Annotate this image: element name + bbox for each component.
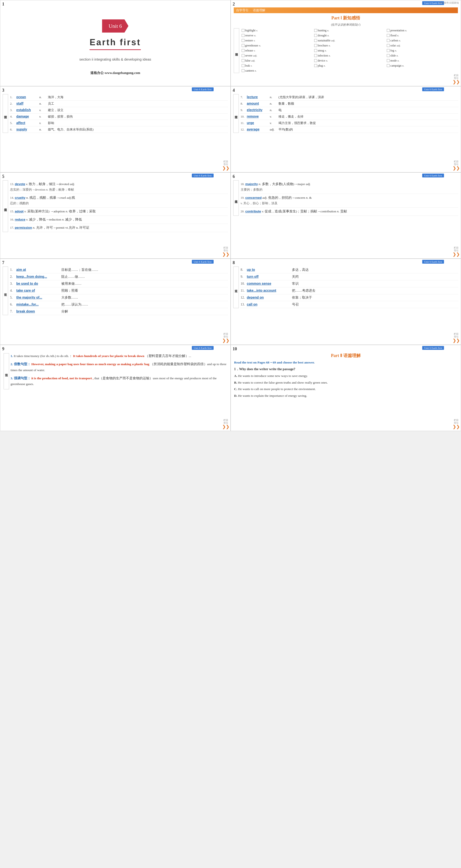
vocab-plug: plug n.: [313, 63, 385, 68]
cell-num-2: 2: [233, 2, 235, 7]
website: 道格办公-www.daogebangong.com: [90, 71, 140, 75]
cell-num-5: 5: [2, 174, 4, 179]
vocab-sustainable: sustainable adj.: [313, 38, 385, 43]
cell-num-10: 10: [233, 346, 237, 351]
nav-3: 栏目导引 ❯❯: [222, 160, 229, 170]
side-label-2: 重阅读单词汇: [234, 28, 239, 73]
checkbox: [242, 69, 245, 72]
checkbox: [242, 54, 245, 57]
cell-num-9: 9: [2, 346, 4, 351]
cell2-header: 自学导引 · 语篇理解: [234, 7, 458, 13]
reading-q1: 1．Why does the writer write the passage?: [234, 367, 458, 371]
cell-3: 3 Unit 6 Earth first 重写作单词汇 1. ocean n. …: [0, 86, 230, 173]
vocab-grid: highlight v. hunting n. presentation n. …: [241, 28, 458, 73]
vocab-campaign: campaign n.: [386, 63, 458, 68]
checkbox: [314, 49, 317, 52]
header-zixue: 自学导引: [236, 8, 249, 12]
vocab-slide: slide n.: [386, 53, 458, 58]
nav-8: 栏目导引 ❯❯: [453, 333, 460, 343]
cell-num-6: 6: [233, 174, 235, 179]
ph-take-into-account: 11. take...into account 把……考虑进去: [240, 287, 459, 294]
ph-majority-of: 5. the majority of... 大多数……: [9, 294, 228, 301]
vocab-flood: flood n.: [386, 33, 458, 38]
part-title-2: Part Ⅰ 新知感悟: [234, 15, 458, 21]
cell-8: 8 Unit 6 Earth first 重点短语 8. up to 多达，高达…: [230, 258, 461, 345]
checkbox: [387, 64, 390, 67]
cell8-content: 重点短语 8. up to 多达，高达 9. turn off 关闭 10. c…: [233, 267, 459, 308]
cell2-content: 自学导引 · 语篇理解 Part Ⅰ 新知感悟 (在不认识的单词前划√) 重阅读…: [234, 7, 458, 73]
kv-affect: 5. affect v. 影响: [9, 120, 228, 126]
checkbox: [387, 59, 390, 62]
subtitle: section ii integrating skills & developi…: [79, 57, 151, 61]
reading-instruction: Read the text on Pages 68－69 and choose …: [234, 360, 458, 365]
kv-side-6: 重拓点展单词汇: [233, 180, 239, 216]
ev-adopt: 15. adopt v. 采取(某种方法) →adoption n. 收养，过继…: [9, 208, 228, 216]
cell-num-4: 4: [233, 88, 235, 93]
kv-urge: 11. urge v. 竭力主张，强烈要求，敦促: [240, 120, 459, 126]
vocab-solar: solar adj.: [386, 43, 458, 48]
cell-num-3: 3: [2, 88, 4, 93]
cell-num-7: 7: [2, 260, 4, 265]
ev-contribute: 20. contribute v. 促成，造成(某事发生)；贡献；捐献→cont…: [240, 208, 459, 216]
kv-side-3: 重写作单词汇: [3, 94, 8, 133]
ph-take-care-of: 4. take care of 照顾；照看: [9, 287, 228, 294]
ph-common-sense: 10. common sense 常识: [240, 280, 459, 287]
checkbox: [314, 34, 317, 37]
cell5-content: 重拓点展单词汇 13. devote v. 致力，献身，倾注→devoted a…: [3, 180, 228, 232]
sent-3: 3. 强调句型： it is the production of food, n…: [10, 375, 227, 387]
sent-2: 2. 倍数句型： However, making a paper bag use…: [10, 361, 227, 373]
nav-10: 栏目导引 ❯❯: [453, 419, 460, 429]
right-tag-2: 自主探究·识固新知: [439, 1, 459, 5]
ev-majority: 18. majority n. 多数，大多数(人或物)→major adj. 主…: [240, 180, 459, 194]
vocab-presentation: presentation n.: [386, 28, 458, 33]
kv-lecture: 7. lecture n. (尤指大学里的)讲座，讲课，演讲: [240, 94, 459, 100]
reading-opt-d: D. He wants to explain the importance of…: [234, 393, 458, 398]
vocab-leak: leak v.: [241, 63, 313, 68]
ph-break-down: 7. break down 分解: [9, 308, 228, 315]
cell-6: 6 Unit 6 Earth first 重拓点展单词汇 18. majorit…: [230, 173, 461, 258]
checkbox: [242, 44, 245, 47]
nav-4: 栏目导引 ❯❯: [453, 160, 460, 170]
kv-ocean: 1. ocean n. 海洋，大海: [9, 94, 228, 100]
checkbox: [242, 39, 245, 42]
unit-tag-4: Unit 6 Earth first: [422, 87, 444, 91]
nav-9: 栏目导引 ❯❯: [222, 419, 229, 429]
checkbox: [314, 29, 317, 32]
vocab-main: 重阅读单词汇 highlight v. hunting n. presentat…: [234, 28, 458, 73]
ph-aim-at: 1. aim at 目标是……；旨在做……: [9, 267, 228, 274]
vocab-note: (在不认识的单词前划√): [234, 23, 458, 27]
cell3-content: 重写作单词汇 1. ocean n. 海洋，大海 2. staff n. 员工 …: [3, 94, 228, 133]
unit-tag-10: Unit 6 Earth first: [422, 346, 444, 350]
ph-up-to: 8. up to 多达，高达: [240, 267, 459, 274]
vocab-smog: smog n.: [313, 49, 385, 53]
reading-opt-b: B. He wants to correct the false green t…: [234, 380, 458, 385]
checkbox: [387, 29, 390, 32]
vocab-infection: infection n.: [313, 53, 385, 58]
kv-remove: 10. remove v. 移走，搬走，去掉: [240, 114, 459, 120]
nav-2: 栏目导引 ❯❯: [453, 74, 460, 84]
unit-label: Unit 6: [109, 23, 122, 29]
reading-opt-a: A. He wants to introduce some new ways t…: [234, 373, 458, 378]
ph-mistake-for: 6. mistake...for... 把……误认为……: [9, 301, 228, 308]
cell-2: 2 Unit 6 Earth first 自主探究·识固新知 自学导引 · 语篇…: [230, 0, 461, 86]
sent-content: 1. It takes time/money (for sb./sth.) to…: [10, 353, 227, 389]
kv-content-5: 13. devote v. 致力，献身，倾注→devoted adj. 忠实的；…: [9, 180, 228, 232]
cell-9: 9 Unit 6 Earth first 重点句型 1. It takes ti…: [0, 345, 230, 431]
kv-side-5: 重拓点展单词汇: [3, 180, 8, 232]
ev-reduce: 16. reduce v. 减少，降低→reduction n. 减少，降低: [9, 216, 228, 224]
vocab-release: release v.: [241, 49, 313, 53]
cell4-content: 重写作单词汇 7. lecture n. (尤指大学里的)讲座，讲课，演讲 8.…: [233, 94, 459, 133]
checkbox: [387, 49, 390, 52]
checkbox: [387, 39, 390, 42]
ph-call-on: 13. call on 号召: [240, 301, 459, 308]
vocab-restore: restore v.: [241, 38, 313, 43]
ev-concerned: 19. concerned adj. 焦急的，担忧的→concern n. & …: [240, 194, 459, 208]
vocab-canteen: canteen n.: [241, 68, 313, 73]
nav-6: 栏目导引 ❯❯: [453, 246, 460, 256]
ph-be-used-to: 3. be used to do 被用来做……: [9, 280, 228, 287]
kv-staff: 2. staff n. 员工: [9, 100, 228, 107]
vocab-reserve: reserve n.: [241, 33, 313, 38]
earth-first-title: Earth first: [90, 37, 141, 50]
cell-4: 4 Unit 6 Earth first 重写作单词汇 7. lecture n…: [230, 86, 461, 173]
vocab-fog: fog n.: [386, 49, 458, 53]
